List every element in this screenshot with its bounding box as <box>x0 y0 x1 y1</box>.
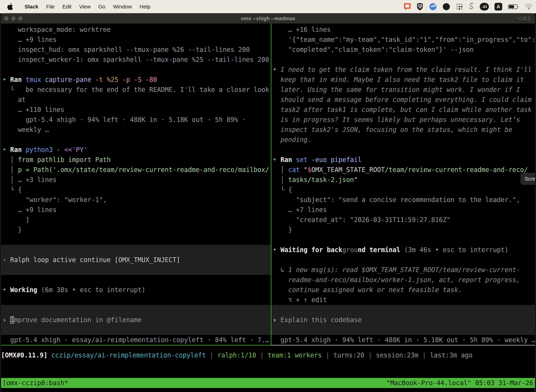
terminal-row <box>2 325 271 335</box>
terminal-content[interactable]: workspace_mode: worktree … +9 lines insp… <box>1 23 535 392</box>
terminal-row <box>2 305 271 315</box>
menu-item-view[interactable]: View <box>75 4 94 10</box>
terminal-row: inspect_hud: omx sparkshell --tmux-pane … <box>2 45 271 55</box>
wifi-icon[interactable] <box>525 4 533 10</box>
terminal-row: is in progress? It seems likely but perh… <box>273 115 535 125</box>
screen-tooltip-text: Scre <box>525 176 535 182</box>
badge-61-icon[interactable]: ..61 <box>480 3 489 10</box>
terminal-row: • Ran python3 - <<'PY' <box>2 145 271 155</box>
menu-bar: SlackFileEditViewGoWindowHelp ..61 A <box>0 0 536 13</box>
terminal-row: │ cat "$OMX_TEAM_STATE_ROOT/team/review-… <box>273 165 535 175</box>
tmux-session-label: [omx-cczip0:bash* <box>2 378 68 388</box>
terminal-row: │ … +3 lines <box>2 175 271 185</box>
crescent-icon[interactable] <box>442 3 450 10</box>
menu-item-go[interactable]: Go <box>94 4 109 10</box>
window-shortcut-hint: ⌥⌘1 <box>516 13 531 23</box>
shield-grid-icon[interactable] <box>416 3 423 11</box>
hook-icon[interactable] <box>469 2 474 11</box>
tmux-host-clock: "MacBook-Pro-44.local" 05:03 31-Mar-26 <box>386 378 533 388</box>
terminal-row: keep that in mind. Maybe I also need the… <box>273 75 535 85</box>
sync-bolt-icon[interactable] <box>429 3 437 10</box>
terminal-row: ] <box>2 215 271 225</box>
terminal-row: ↳ 1 new msg(s): read $OMX_TEAM_STATE_ROO… <box>273 265 535 275</box>
chat-icon[interactable] <box>404 3 411 10</box>
menu-item-help[interactable]: Help <box>136 4 154 10</box>
terminal-row: readme-and-reco/mailbox/worker-1.json, a… <box>273 275 535 285</box>
terminal-row: "worker": "worker-1", <box>2 195 271 205</box>
terminal-row: • Ran set -euo pipefail <box>273 155 535 165</box>
menu-item-window[interactable]: Window <box>109 4 136 10</box>
terminal-row: continue assigned work or next feasible … <box>273 285 535 295</box>
menu-item-edit[interactable]: Edit <box>58 4 76 10</box>
terminal-row <box>273 55 535 65</box>
terminal-row: task2 after task1 is complete, but can I… <box>273 105 535 115</box>
terminal-row: '{"team_name":"my-team","task_id":"1","f… <box>273 35 535 45</box>
terminal-row: gpt-5.4 xhigh · 94% left · 488K in · 5.1… <box>273 335 535 345</box>
window-title: omx --xhigh --madmax <box>1 13 535 23</box>
omx-status-line: [OMX#0.11.9] cczip/essay/ai-reimplementa… <box>1 350 535 360</box>
terminal-row: … +9 lines <box>2 205 271 215</box>
terminal-row: gpt-5.4 xhigh · 94% left · 488K in · 5.1… <box>2 115 271 125</box>
terminal-row: pending. <box>273 135 535 145</box>
terminal-row: │ tasks/task-2.json" <box>273 175 535 185</box>
menu-item-file[interactable]: File <box>42 4 58 10</box>
terminal-row: │ from pathlib import Path <box>2 155 271 165</box>
terminal-row <box>273 235 535 245</box>
terminal-row: • I need to get the claim token from the… <box>273 65 535 75</box>
terminal-row: … +16 lines <box>273 25 535 35</box>
keyboard-a-icon[interactable]: A <box>494 3 502 10</box>
tmux-pane-right[interactable]: … +16 lines '{"team_name":"my-team","tas… <box>271 23 535 345</box>
terminal-row: [OMX#0.11.9] cczip/essay/ai-reimplementa… <box>1 350 535 360</box>
terminal-row: } <box>2 225 271 235</box>
terminal-row <box>2 235 271 245</box>
terminal-row: • Waiting for background terminal (3m 46… <box>273 245 535 255</box>
terminal-row: › Improve documentation in @filename <box>2 315 271 325</box>
terminal-row: inspect_worker-1: omx sparkshell --tmux-… <box>2 55 271 65</box>
menu-bar-status-icons: ..61 A <box>404 0 533 13</box>
terminal-row: • Ran tmux capture-pane -t %25 -p -S -80 <box>2 75 271 85</box>
terminal-row: › Ralph loop active continue [OMX_TMUX_I… <box>2 255 271 265</box>
terminal-row <box>273 325 535 335</box>
terminal-row: at <box>2 95 271 105</box>
terminal-row: … +110 lines <box>2 105 271 115</box>
terminal-row: weekly … <box>2 125 271 135</box>
terminal-window: omx --xhigh --madmax ⌥⌘1 workspace_mode:… <box>1 13 535 392</box>
dots-grid-icon[interactable] <box>456 3 463 10</box>
tmux-pane-left[interactable]: workspace_mode: worktree … +9 lines insp… <box>1 23 271 345</box>
terminal-row: later. Using the same for transition mig… <box>273 85 535 95</box>
terminal-row <box>273 305 535 315</box>
terminal-row: … +7 lines <box>273 205 535 215</box>
terminal-row <box>2 65 271 75</box>
terminal-row: should send a message before completing … <box>273 95 535 105</box>
terminal-row <box>2 265 271 275</box>
terminal-row: ⌥ + ↑ edit <box>273 295 535 305</box>
terminal-row <box>273 255 535 265</box>
terminal-row <box>2 295 271 305</box>
terminal-row: inspect task2's JSON, focusing on the st… <box>273 125 535 135</box>
app-menus: SlackFileEditViewGoWindowHelp <box>21 4 154 10</box>
terminal-row: "completed","claim_token":"claim-token"}… <box>273 45 535 55</box>
terminal-row: • Working (6m 38s • esc to interrupt) <box>2 285 271 295</box>
terminal-row <box>2 245 271 255</box>
terminal-row: └ { <box>2 185 271 195</box>
terminal-row: workspace_mode: worktree <box>2 25 271 35</box>
screen-tooltip: Scre <box>521 173 535 185</box>
terminal-row: … +9 lines <box>2 35 271 45</box>
terminal-row: └ be necessary for the end of the README… <box>2 85 271 95</box>
terminal-row: "created_at": "2026-03-31T11:59:27.816Z" <box>273 215 535 225</box>
terminal-row <box>2 275 271 285</box>
terminal-row <box>273 145 535 155</box>
menu-item-slack[interactable]: Slack <box>21 4 42 10</box>
tmux-status-bar: [omx-cczip0:bash* "MacBook-Pro-44.local"… <box>1 378 535 388</box>
terminal-row: └ { <box>273 185 535 195</box>
terminal-row: } <box>273 225 535 235</box>
right-pane-bottom-border <box>271 345 535 345</box>
terminal-row <box>2 135 271 145</box>
terminal-row: "subject": "send a concise recommendatio… <box>273 195 535 205</box>
terminal-row: › Explain this codebase <box>273 315 535 325</box>
terminal-row: │ p = Path('.omx/state/team/review-curre… <box>2 165 271 175</box>
battery-charging-icon[interactable] <box>508 4 519 9</box>
left-pane-bottom-border <box>1 345 271 345</box>
apple-menu-icon[interactable] <box>7 3 13 10</box>
window-titlebar[interactable]: omx --xhigh --madmax ⌥⌘1 <box>1 13 535 23</box>
